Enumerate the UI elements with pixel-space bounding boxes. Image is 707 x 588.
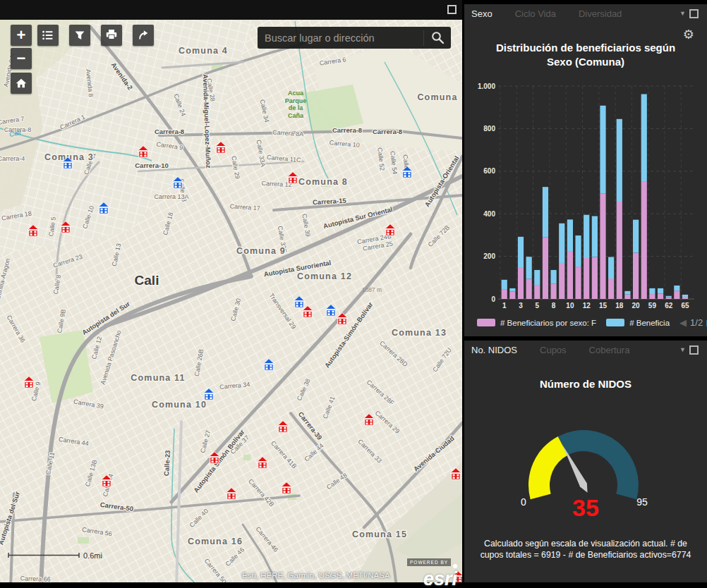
x-axis-label: 12 — [583, 302, 591, 310]
bar-segment-m[interactable] — [518, 237, 524, 267]
chevron-down-icon[interactable]: ▼ — [679, 346, 686, 353]
chevron-down-icon[interactable]: ▼ — [679, 10, 686, 17]
park — [78, 537, 89, 544]
bar-segment-f[interactable] — [617, 202, 622, 299]
map-maximize-icon[interactable] — [447, 5, 457, 14]
bar-segment-f[interactable] — [584, 258, 589, 299]
page-prev-icon[interactable]: ◀ — [679, 317, 687, 328]
x-axis-label: 18 — [615, 302, 624, 310]
gauge-value: 35 — [464, 494, 707, 522]
bar-segment-m[interactable] — [666, 296, 672, 298]
tab-cupos[interactable]: Cupos — [540, 345, 567, 355]
tab-no-nidos[interactable]: No. NIDOS — [471, 345, 517, 355]
bar-segment-f[interactable] — [682, 297, 688, 299]
chart-legend: # Beneficiarios por sexo: F # Beneficia … — [464, 317, 707, 328]
bar-segment-m[interactable] — [567, 219, 573, 251]
comuna-label: Comuna 10 — [152, 400, 207, 410]
bar-segment-f[interactable] — [641, 182, 647, 299]
x-axis-label: 10 — [566, 302, 574, 310]
gear-icon[interactable]: ⚙ — [683, 28, 694, 41]
x-axis-label: 62 — [665, 302, 673, 310]
street-label: Carrera 13A — [154, 193, 188, 200]
bar-segment-f[interactable] — [518, 267, 524, 299]
bar-segment-m[interactable] — [649, 288, 655, 294]
bar-segment-m[interactable] — [641, 94, 647, 181]
bar-segment-m[interactable] — [633, 220, 639, 253]
chart-title: Distribución de beneficiarios según Sexo… — [464, 41, 707, 68]
legend-label-m: # Beneficia — [629, 319, 670, 327]
legend-button[interactable] — [37, 25, 59, 46]
bar-segment-f[interactable] — [666, 298, 672, 299]
y-axis-label: 800 — [483, 125, 495, 133]
bar-segment-m[interactable] — [526, 257, 532, 278]
bar-segment-f[interactable] — [608, 278, 614, 299]
zoom-in-button[interactable]: + — [11, 25, 32, 46]
map-canvas[interactable]: Avenida 9 NAvenida 8Avenida-2Carrera 1Ca… — [0, 20, 462, 582]
bar-segment-f[interactable] — [526, 279, 532, 299]
bar-segment-m[interactable] — [624, 291, 630, 295]
legend-label-f: # Beneficiarios por sexo: F — [500, 319, 596, 327]
tab-sexo[interactable]: Sexo — [471, 8, 493, 19]
bar-segment-m[interactable] — [682, 295, 688, 297]
bar-segment-m[interactable] — [502, 280, 507, 289]
bar-segment-m[interactable] — [575, 235, 581, 267]
maximize-icon[interactable] — [689, 9, 699, 18]
house-icon — [13, 75, 29, 91]
bar-segment-f[interactable] — [633, 252, 639, 299]
maximize-icon[interactable] — [689, 345, 699, 355]
home-button[interactable] — [11, 73, 32, 94]
filter-button[interactable] — [69, 25, 90, 46]
comuna-label: Comuna 13 — [392, 328, 447, 338]
bar-segment-m[interactable] — [600, 106, 605, 193]
scale-label: 0.6mi — [83, 551, 102, 560]
print-button[interactable] — [101, 25, 122, 46]
y-axis-label: 0 — [491, 295, 495, 303]
bar-segment-f[interactable] — [551, 283, 557, 299]
street-label: Carrera-10 — [135, 161, 169, 169]
bar-segment-f[interactable] — [575, 267, 581, 299]
street-label: Carrera 66 — [20, 575, 50, 582]
street-label: Carrera-8 — [155, 128, 184, 135]
bar-segment-f[interactable] — [658, 293, 663, 299]
street-label: Carrera-8 — [373, 128, 402, 135]
search-input[interactable] — [258, 32, 423, 44]
street-label: Carrera-8 — [332, 126, 362, 134]
tab-cobertura[interactable]: Cobertura — [589, 345, 630, 355]
bar-segment-f[interactable] — [559, 263, 564, 299]
esri-brand: esri — [407, 571, 457, 587]
bar-segment-m[interactable] — [543, 187, 548, 238]
bar-segment-f[interactable] — [649, 294, 655, 299]
bar-segment-m[interactable] — [584, 215, 589, 258]
park — [243, 455, 250, 460]
bar-segment-f[interactable] — [624, 295, 630, 299]
bar-segment-m[interactable] — [534, 270, 540, 285]
tab-ciclo-vida[interactable]: Ciclo Vida — [515, 8, 556, 19]
bar-segment-f[interactable] — [534, 285, 540, 299]
bar-segment-f[interactable] — [502, 289, 507, 299]
comuna-label: Comuna 12 — [297, 271, 352, 281]
bar-segment-m[interactable] — [509, 288, 515, 292]
bar-segment-m[interactable] — [658, 288, 663, 294]
tab-diversidad[interactable]: Diversidad — [579, 8, 622, 19]
zoom-out-button[interactable]: − — [11, 48, 32, 69]
search-button[interactable] — [424, 27, 451, 49]
bar-segment-f[interactable] — [509, 291, 515, 299]
bar-segment-m[interactable] — [608, 257, 614, 279]
city-label: Cali — [135, 273, 159, 288]
share-arrow-icon — [135, 27, 152, 44]
bar-segment-m[interactable] — [551, 270, 557, 283]
bar-segment-f[interactable] — [600, 193, 605, 299]
comuna-label: Comuna 4 — [179, 46, 228, 56]
bar-segment-f[interactable] — [674, 290, 679, 299]
bar-segment-m[interactable] — [592, 216, 598, 257]
bar-segment-m[interactable] — [617, 119, 622, 202]
bar-segment-m[interactable] — [674, 286, 679, 290]
bar-segment-m[interactable] — [559, 223, 564, 263]
park-label: Caña — [288, 112, 304, 119]
share-button[interactable] — [133, 25, 154, 46]
bar-segment-f[interactable] — [543, 238, 548, 299]
bar-segment-f[interactable] — [567, 251, 573, 299]
map-panel: Avenida 9 NAvenida 8Avenida-2Carrera 1Ca… — [0, 0, 462, 588]
bar-segment-f[interactable] — [592, 257, 598, 299]
esri-logo: POWERED BY esri — [407, 558, 457, 587]
